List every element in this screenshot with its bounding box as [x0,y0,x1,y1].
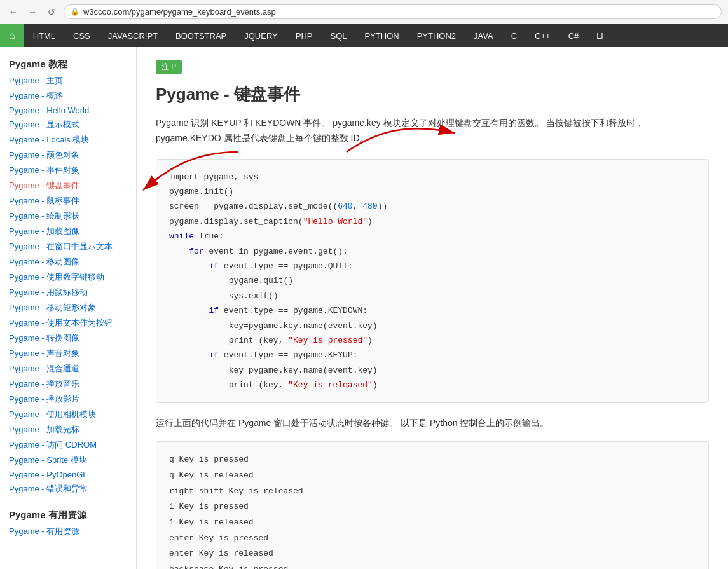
sidebar-link-9[interactable]: Pygame - 绘制形状 [0,209,136,224]
code-block: import pygame, sys pygame.init() screen … [156,159,709,404]
code-line-7: if event.type == pygame.QUIT: [169,259,696,273]
main-layout: Pygame 教程 Pygame - 主页 Pygame - 概述 Pygame… [0,47,728,569]
sidebar-link-24[interactable]: Pygame - 访问 CDROM [0,437,136,453]
code-line-15: print (key, "Key is released") [169,378,696,392]
sidebar-link-22[interactable]: Pygame - 使用相机模块 [0,407,136,422]
sidebar-link-8[interactable]: Pygame - 鼠标事件 [0,193,136,209]
code-line-10: if event.type == pygame.KEYDOWN: [169,303,696,318]
page-title: Pygame - 键盘事件 [156,83,709,106]
intro-text: Pygame 识别 KEYUP 和 KEYDOWN 事件。 pygame.key… [156,116,709,146]
sidebar: Pygame 教程 Pygame - 主页 Pygame - 概述 Pygame… [0,47,137,569]
sidebar-link-13[interactable]: Pygame - 使用数字键移动 [0,270,136,285]
code-line-11: key=pygame.key.name(event.key) [169,319,696,333]
code-line-2: pygame.init() [169,184,696,199]
sidebar-link-21[interactable]: Pygame - 播放影片 [0,392,136,407]
output-line-2: q Key is released [169,468,696,484]
sidebar-link-1[interactable]: Pygame - 概述 [0,88,136,104]
output-line-5: 1 Key is released [169,515,696,531]
sidebar-link-useful[interactable]: Pygame - 有用资源 [0,524,136,539]
sidebar-link-19[interactable]: Pygame - 混合通道 [0,361,136,376]
sidebar-link-17[interactable]: Pygame - 转换图像 [0,331,136,346]
home-icon: ⌂ [9,30,15,41]
code-line-14: key=pygame.key.name(event.key) [169,363,696,378]
sidebar-link-6[interactable]: Pygame - 事件对象 [0,163,136,178]
sidebar-link-26[interactable]: Pygame - PyOpenGL [0,468,136,481]
code-line-9: sys.exit() [169,289,696,303]
sidebar-link-0[interactable]: Pygame - 主页 [0,73,136,88]
code-line-1: import pygame, sys [169,170,696,184]
content-area: 注 P Pygame - 键盘事件 Pygame 识别 KEYUP 和 KEYD… [137,47,728,569]
sidebar-link-23[interactable]: Pygame - 加载光标 [0,422,136,437]
output-block: q Key is pressed q Key is released right… [156,441,709,569]
sidebar-link-20[interactable]: Pygame - 播放音乐 [0,376,136,392]
url-text: w3ccoo.com/pygame/pygame_keyboard_events… [83,7,276,17]
code-line-3: screen = pygame.display.set_mode((640, 4… [169,199,696,214]
nav-item-sql[interactable]: SQL [321,24,355,47]
sidebar-link-15[interactable]: Pygame - 移动矩形对象 [0,300,136,315]
address-bar[interactable]: 🔒 w3ccoo.com/pygame/pygame_keyboard_even… [64,4,722,19]
nav-item-css[interactable]: CSS [64,24,99,47]
output-line-7: enter Key is released [169,546,696,562]
forward-button[interactable]: → [25,5,39,19]
home-nav-item[interactable]: ⌂ [0,24,24,47]
nav-item-jquery[interactable]: JQUERY [235,24,287,47]
code-line-6: for event in pygame.event.get(): [169,244,696,259]
code-line-13: if event.type == pygame.KEYUP: [169,348,696,362]
nav-item-java[interactable]: JAVA [465,24,502,47]
sidebar-link-11[interactable]: Pygame - 在窗口中显示文本 [0,239,136,254]
nav-item-csharp[interactable]: C# [560,24,588,47]
sidebar-section-1-title: Pygame 教程 [0,53,136,73]
back-button[interactable]: ← [6,5,20,19]
nav-item-php[interactable]: PHP [287,24,322,47]
nav-item-html[interactable]: HTML [24,24,64,47]
browser-bar: ← → ↺ 🔒 w3ccoo.com/pygame/pygame_keyboar… [0,0,728,24]
sidebar-link-10[interactable]: Pygame - 加载图像 [0,224,136,239]
sidebar-link-18[interactable]: Pygame - 声音对象 [0,346,136,361]
nav-item-javascript[interactable]: JAVASCRIPT [99,24,167,47]
sidebar-link-16[interactable]: Pygame - 使用文本作为按钮 [0,315,136,331]
output-line-4: 1 Key is pressed [169,499,696,515]
sidebar-section-2-title: Pygame 有用资源 [0,504,136,524]
sidebar-link-12[interactable]: Pygame - 移动图像 [0,254,136,270]
nav-item-python2[interactable]: PYTHON2 [408,24,465,47]
nav-item-python[interactable]: PYTHON [356,24,408,47]
code-line-5: while True: [169,229,696,243]
sidebar-link-2[interactable]: Pygame - Hello World [0,104,136,117]
output-line-8: backspace Key is pressed [169,562,696,569]
code-line-4: pygame.display.set_caption("Hello World"… [169,214,696,229]
code-line-8: pygame.quit() [169,273,696,288]
nav-item-cpp[interactable]: C++ [526,24,560,47]
nav-item-c[interactable]: C [502,24,526,47]
sidebar-link-3[interactable]: Pygame - 显示模式 [0,117,136,132]
sidebar-link-7[interactable]: Pygame - 键盘事件 [0,178,136,193]
reload-button[interactable]: ↺ [45,5,58,19]
output-line-3: right shift Key is released [169,484,696,500]
sidebar-link-5[interactable]: Pygame - 颜色对象 [0,147,136,163]
lock-icon: 🔒 [71,8,79,16]
sidebar-link-27[interactable]: Pygame - 错误和异常 [0,481,136,497]
output-line-1: q Key is pressed [169,452,696,468]
submit-button[interactable]: 注 P [156,60,182,74]
output-desc: 运行上面的代码并在 Pygame 窗口处于活动状态时按各种键。 以下是 Pyth… [156,416,709,431]
code-line-12: print (key, "Key is pressed") [169,333,696,348]
top-nav: ⌂ HTML CSS JAVASCRIPT BOOTSTRAP JQUERY P… [0,24,728,47]
output-line-6: enter Key is pressed [169,531,696,547]
nav-item-bootstrap[interactable]: BOOTSTRAP [167,24,235,47]
sidebar-link-4[interactable]: Pygame - Locals 模块 [0,132,136,147]
sidebar-link-14[interactable]: Pygame - 用鼠标移动 [0,285,136,300]
nav-item-li[interactable]: Li [587,24,612,47]
sidebar-link-25[interactable]: Pygame - Sprite 模块 [0,453,136,468]
